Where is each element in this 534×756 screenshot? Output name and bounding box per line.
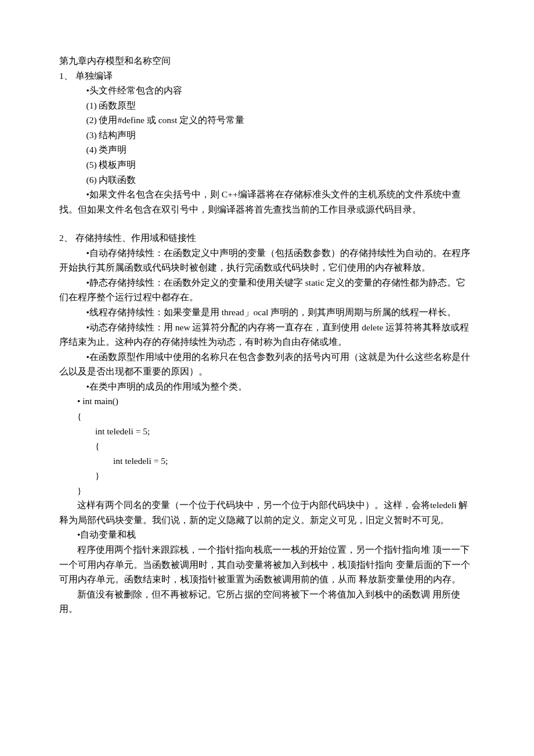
code-line: }	[59, 468, 475, 483]
code-line: • int main()	[59, 394, 475, 409]
paragraph: •动态存储持续性：用 new 运算符分配的内存将一直存在，直到使用 delete…	[59, 320, 475, 350]
paragraph: 新值没有被删除，但不再被标记。它所占据的空间将被下一个将值加入到栈中的函数调 用…	[59, 587, 475, 617]
bullet-header-contents: •头文件经常包含的内容	[59, 83, 475, 98]
paragraph: •静态存储持续性：在函数外定义的变量和使用关键字 static 定义的变量的存储…	[59, 275, 475, 305]
paragraph: •自动变量和栈	[59, 527, 475, 542]
section-2-heading: 2、 存储持续性、作用域和链接性	[59, 231, 475, 246]
code-line: int teledeli = 5;	[59, 453, 475, 469]
code-line: }	[59, 483, 475, 498]
section-1-heading: 1、 单独编译	[59, 69, 475, 84]
list-item: (3) 结构声明	[59, 128, 475, 143]
code-line: {	[59, 438, 475, 453]
chapter-title: 第九章内存模型和名称空间	[59, 53, 475, 69]
paragraph: •线程存储持续性：如果变量是用 thread」ocal 声明的，则其声明周期与所…	[59, 305, 475, 320]
code-line: {	[59, 409, 475, 424]
paragraph: •在函数原型作用域中使用的名称只在包含参数列表的括号内可用（这就是为什么这些名称…	[59, 350, 475, 379]
code-line: int teledeli = 5;	[59, 424, 475, 439]
list-item: (1) 函数原型	[59, 98, 475, 113]
paragraph: •自动存储持续性：在函数定义中声明的变量（包括函数参数）的存储持续性为自动的。在…	[59, 246, 475, 275]
list-item: (6) 内联函数	[59, 172, 475, 188]
list-item: (4) 类声明	[59, 142, 475, 157]
list-item: (2) 使用#define 或 const 定义的符号常量	[59, 113, 475, 128]
paragraph: •如果文件名包含在尖括号中，则 C++编译器将在存储标准头文件的主机系统的文件系…	[59, 187, 475, 217]
document-page: 第九章内存模型和名称空间 1、 单独编译 •头文件经常包含的内容 (1) 函数原…	[0, 0, 534, 756]
blank-line	[59, 217, 475, 231]
paragraph: 程序使用两个指针来跟踪栈，一个指针指向栈底一一栈的开始位置，另一个指针指向堆 顶…	[59, 542, 475, 587]
paragraph: 这样有两个同名的变量（一个位于代码块中，另一个位于内部代码块中）。这样，会将te…	[59, 498, 475, 527]
paragraph: •在类中声明的成员的作用域为整个类。	[59, 379, 475, 394]
list-item: (5) 模板声明	[59, 157, 475, 172]
